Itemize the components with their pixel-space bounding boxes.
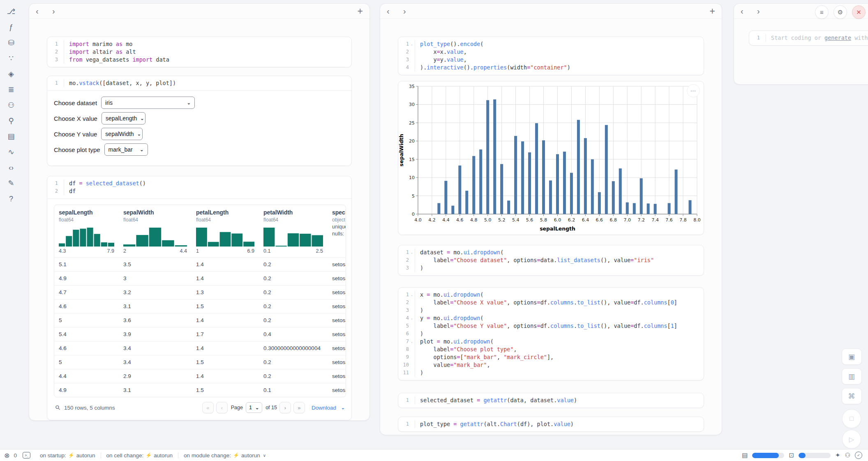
svg-text:35: 35 <box>409 84 415 89</box>
notebook-icon[interactable]: ✎ <box>6 178 16 188</box>
terminal-icon[interactable]: >_ <box>23 452 30 459</box>
code-cell-selected-dataset[interactable]: 1selected_dataset = getattr(data, datase… <box>398 393 704 408</box>
code-text: ) <box>415 264 423 272</box>
download-button[interactable]: Download ⌄ <box>312 405 345 411</box>
column-max: 2.5 <box>316 248 323 254</box>
column-range: 4.37.9 <box>59 248 114 254</box>
code-text: plot = mo.ui.dropdown( <box>415 338 494 346</box>
cpu-icon: ⊡ <box>789 452 794 459</box>
prev-page-button[interactable]: ‹ <box>216 402 228 413</box>
snippets-icon[interactable]: ⚲ <box>6 116 16 126</box>
dropdown-label: Choose X value <box>54 115 97 122</box>
empty-code-cell[interactable]: 1Start coding or generate with <box>749 30 868 46</box>
dropdown-select[interactable]: iris⌄ <box>101 97 195 109</box>
code-cell-xy-plot-dropdowns[interactable]: 1⌄x = mo.ui.dropdown(2 label="Choose X v… <box>398 287 704 380</box>
code-editor[interactable]: 1⌄x = mo.ui.dropdown(2 label="Choose X v… <box>398 288 704 380</box>
logs-icon[interactable]: ≣ <box>6 85 16 95</box>
bar-chart[interactable]: 4.04.24.44.64.85.05.25.45.65.86.06.26.46… <box>398 81 704 234</box>
menu-icon[interactable]: ≡ <box>815 5 829 19</box>
autorun-toggle[interactable]: on module change:⚡autorun∨ <box>178 452 271 459</box>
command-palette-icon[interactable]: ⌘ <box>842 388 862 404</box>
page-select[interactable]: 1 ⌄ <box>246 402 262 413</box>
code-editor[interactable]: 1⌄plot_type().encode(2 x=x.value,3 y=y.v… <box>398 37 704 75</box>
save-icon[interactable]: ▣ <box>842 348 862 365</box>
code-text: label="Choose plot type", <box>415 346 517 353</box>
dropdown-select[interactable]: sepalWidth⌄ <box>101 128 143 140</box>
dropdown-select[interactable]: sepalLength⌄ <box>102 112 145 124</box>
first-page-button[interactable]: « <box>202 402 214 413</box>
tracing-icon[interactable]: ∿ <box>6 147 16 157</box>
documentation-icon[interactable]: ▤ <box>6 131 16 141</box>
datasources-icon[interactable]: ⛁ <box>6 38 16 48</box>
function-icon[interactable]: ƒ <box>6 22 16 32</box>
code-cell-plot-type[interactable]: 1plot_type = getattr(alt.Chart(df), plot… <box>398 417 704 432</box>
code-line: 3from vega_datasets import data <box>47 56 351 64</box>
scratchpad-icon[interactable]: ‹› <box>6 163 16 173</box>
chevron-right-icon[interactable]: › <box>52 7 69 16</box>
code-token: generate <box>824 35 851 41</box>
column-2-panel: ‹ › + 1⌄plot_type().encode(2 x=x.value,3… <box>380 3 722 435</box>
code-editor[interactable]: 1Start coding or generate with <box>749 31 868 45</box>
chevron-right-icon[interactable]: › <box>757 7 773 16</box>
chevron-left-icon[interactable]: ‹ <box>36 7 52 16</box>
table-cell: setosa <box>328 275 346 281</box>
file-explorer-icon[interactable]: ⎇ <box>6 7 16 16</box>
table-column-header[interactable]: speciesobjectunique:nulls: <box>328 205 346 257</box>
code-text: label="Choose dataset", options=data.lis… <box>415 256 654 264</box>
code-cell-vstack[interactable]: 1mo.vstack([dataset, x, y, plot]) Choose… <box>47 76 352 166</box>
table-cell: 4.6 <box>54 345 119 351</box>
table-column-header[interactable]: sepalLengthfloat644.37.9 <box>54 205 119 257</box>
code-cell-dataframe[interactable]: 1df = selected_dataset()2df sepalLengthf… <box>47 176 352 420</box>
last-page-button[interactable]: » <box>293 402 305 413</box>
next-page-button[interactable]: › <box>279 402 291 413</box>
chevron-left-icon[interactable]: ‹ <box>387 7 403 16</box>
gutter <box>409 396 415 404</box>
table-cell: 4.9 <box>54 387 119 393</box>
code-token: plot_type <box>420 421 453 427</box>
add-cell-icon[interactable]: + <box>358 6 363 17</box>
line-number: 6 <box>398 330 409 338</box>
chat-icon[interactable]: ⚇ <box>6 100 16 110</box>
code-token: altair <box>89 48 116 55</box>
run-icon[interactable]: ▷ <box>842 430 861 449</box>
dropdown-select[interactable]: mark_bar⌄ <box>104 143 148 156</box>
chevron-right-icon[interactable]: › <box>403 7 420 16</box>
code-cell-imports[interactable]: 1import marimo as mo2import altair as al… <box>47 37 352 67</box>
assistant-icon[interactable]: ⚇ <box>845 452 850 459</box>
sparkles-icon[interactable]: ✦ <box>835 452 840 459</box>
dependency-graph-icon[interactable]: ∵ <box>6 53 16 63</box>
chevron-left-icon[interactable]: ‹ <box>741 7 757 16</box>
code-cell-dataset-dropdown[interactable]: 1⌄dataset = mo.ui.dropdown(2 label="Choo… <box>398 245 704 276</box>
help-icon[interactable]: ? <box>6 194 16 204</box>
table-column-header[interactable]: sepalWidthfloat6424.4 <box>119 205 192 257</box>
errors-icon[interactable]: ⊗ <box>4 452 9 459</box>
code-line: 7⌄plot = mo.ui.dropdown( <box>398 338 704 346</box>
code-token: label <box>420 299 450 306</box>
code-token: ui <box>443 291 450 298</box>
code-editor[interactable]: 1selected_dataset = getattr(data, datase… <box>398 393 704 408</box>
code-editor[interactable]: 1⌄dataset = mo.ui.dropdown(2 label="Choo… <box>398 245 704 275</box>
code-editor[interactable]: 1mo.vstack([dataset, x, y, plot]) <box>47 76 351 91</box>
add-cell-icon[interactable]: + <box>710 6 715 17</box>
layout-icon[interactable]: ▥ <box>842 368 862 385</box>
chart-output: 4.04.24.44.64.85.05.25.45.65.86.06.26.46… <box>398 81 704 235</box>
code-editor[interactable]: 1plot_type = getattr(alt.Chart(df), plot… <box>398 417 704 431</box>
table-column-header[interactable]: petalLengthfloat6416.9 <box>192 205 259 257</box>
code-text: from vega_datasets import data <box>64 56 169 64</box>
chart-menu-button[interactable]: ••• <box>687 84 700 97</box>
code-token: x <box>420 291 427 298</box>
code-line: 3 y=y.value, <box>398 56 704 64</box>
table-column-header[interactable]: petalWidthfloat640.12.5 <box>259 205 328 257</box>
code-editor[interactable]: 1df = selected_dataset()2df <box>47 176 351 199</box>
chevron-down-icon: ⌄ <box>187 100 191 106</box>
close-icon[interactable]: ✕ <box>852 5 866 19</box>
search-icon[interactable]: ⚲ <box>53 403 62 412</box>
gear-icon[interactable]: ⚙ <box>833 5 847 19</box>
autorun-toggle[interactable]: on cell change:⚡autorun <box>101 452 178 459</box>
code-cell-plot-encode[interactable]: 1⌄plot_type().encode(2 x=x.value,3 y=y.v… <box>398 37 704 75</box>
autorun-toggle[interactable]: on startup:⚡autorun <box>35 452 101 459</box>
packages-icon[interactable]: ◈ <box>6 69 16 79</box>
stop-icon[interactable]: □ <box>842 409 861 428</box>
code-token: mo. <box>430 315 443 321</box>
code-editor[interactable]: 1import marimo as mo2import altair as al… <box>47 37 351 67</box>
